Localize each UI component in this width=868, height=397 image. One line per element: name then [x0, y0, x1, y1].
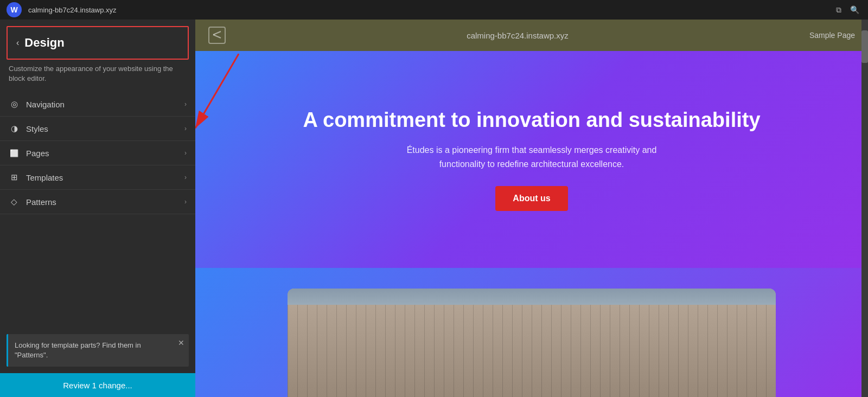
external-link-icon[interactable]: ⧉: [834, 3, 844, 17]
design-subtitle: Customize the appearance of your website…: [0, 64, 195, 92]
sidebar-nav-items: Navigation › Styles › Pages › Templates …: [0, 92, 195, 327]
design-header: ‹ Design: [7, 26, 189, 60]
about-us-button[interactable]: About us: [495, 186, 567, 211]
building-image: [288, 289, 776, 397]
sidebar-item-pages-label: Pages: [26, 149, 184, 158]
wp-logo-icon[interactable]: W: [7, 2, 22, 17]
back-button[interactable]: ‹: [16, 38, 19, 48]
site-header-bar: calming-bb7c24.instawp.xyz Sample Page: [195, 20, 868, 51]
hero-subtitle: Études is a pioneering firm that seamles…: [396, 143, 667, 171]
pages-icon: [9, 148, 20, 158]
sidebar-item-styles[interactable]: Styles ›: [0, 117, 195, 141]
notification-box: Looking for template parts? Find them in…: [7, 334, 189, 367]
main-layout: ‹ Design Customize the appearance of you…: [0, 20, 868, 397]
sidebar-item-patterns[interactable]: Patterns ›: [0, 190, 195, 214]
sidebar: ‹ Design Customize the appearance of you…: [0, 20, 195, 397]
styles-icon: [9, 123, 20, 134]
site-url-label: calming-bb7c24.instawp.xyz: [28, 6, 827, 14]
search-icon[interactable]: 🔍: [848, 3, 861, 16]
chevron-right-icon: ›: [184, 125, 187, 132]
building-top: [288, 289, 776, 305]
sidebar-item-templates[interactable]: Templates ›: [0, 165, 195, 190]
navigation-icon: [9, 99, 20, 110]
chevron-right-icon: ›: [184, 174, 187, 181]
notification-text: Looking for template parts? Find them in…: [15, 341, 182, 360]
sidebar-item-templates-label: Templates: [26, 173, 184, 182]
sidebar-item-styles-label: Styles: [26, 124, 184, 133]
svg-line-1: [213, 35, 221, 38]
sidebar-item-navigation-label: Navigation: [26, 100, 184, 109]
hero-title: A commitment to innovation and sustainab…: [303, 108, 760, 133]
sidebar-item-patterns-label: Patterns: [26, 197, 184, 207]
preview-scrollbar[interactable]: [861, 20, 868, 397]
chevron-right-icon: ›: [184, 149, 187, 157]
chevron-right-icon: ›: [184, 100, 187, 108]
preview-area: calming-bb7c24.instawp.xyz Sample Page A…: [195, 20, 868, 397]
building-section: [195, 268, 868, 397]
site-logo-icon: [208, 27, 226, 44]
top-bar: W calming-bb7c24.instawp.xyz ⧉ 🔍: [0, 0, 868, 20]
review-changes-button[interactable]: Review 1 change...: [0, 373, 195, 397]
notification-close-button[interactable]: ✕: [178, 338, 184, 347]
sidebar-item-pages[interactable]: Pages ›: [0, 141, 195, 165]
preview-site-url: calming-bb7c24.instawp.xyz: [226, 31, 809, 40]
sidebar-item-navigation[interactable]: Navigation ›: [0, 92, 195, 117]
hero-section: A commitment to innovation and sustainab…: [195, 51, 868, 268]
svg-line-0: [213, 31, 221, 35]
top-bar-actions: ⧉ 🔍: [834, 3, 861, 17]
building-grid-pattern: [288, 289, 776, 397]
preview-nav-link[interactable]: Sample Page: [809, 31, 855, 40]
templates-icon: [9, 172, 20, 183]
design-title: Design: [24, 36, 64, 50]
chevron-right-icon: ›: [184, 198, 187, 206]
patterns-icon: [9, 196, 20, 207]
scrollbar-thumb[interactable]: [861, 30, 868, 63]
